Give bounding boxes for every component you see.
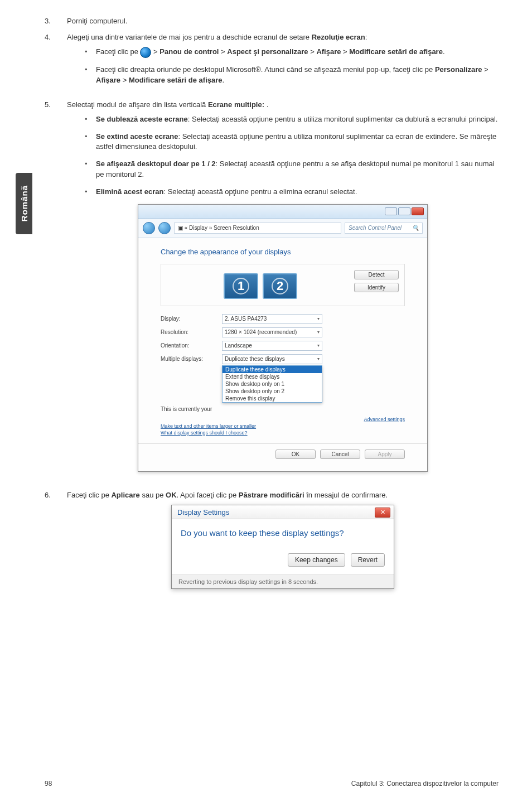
select-orientation[interactable]: Landscape▾	[222, 341, 322, 351]
b1-gt2: >	[219, 47, 227, 56]
revert-button[interactable]: Revert	[351, 553, 385, 567]
step-3-number: 3.	[45, 17, 67, 25]
dialog-body: Do you want to keep these display settin…	[172, 519, 394, 574]
step-4-bullet-1: Faceţi clic pe > Panou de control > Aspe…	[84, 47, 499, 58]
dd-opt-duplicate[interactable]: Duplicate these displays	[223, 366, 322, 373]
select-multiple-displays[interactable]: Duplicate these displays▾	[222, 354, 322, 364]
search-input[interactable]: Search Control Panel🔍	[345, 223, 423, 234]
close-button[interactable]	[412, 207, 424, 215]
step-4: 4. Alegeţi una dintre variantele de mai …	[45, 33, 499, 93]
main-steps: 3. Porniţi computerul. 4. Alegeţi una di…	[45, 17, 499, 595]
step-4-bullets: Faceţi clic pe > Panou de control > Aspe…	[84, 47, 499, 86]
step-4-number: 4.	[45, 33, 67, 93]
s5b3-s: Se afişează desktopul doar pe 1 / 2	[96, 160, 216, 168]
step-6: 6. Faceţi clic pe Aplicare sau pe OK. Ap…	[45, 491, 499, 595]
address-bar: ▣ « Display » Screen Resolution Search C…	[138, 219, 427, 238]
s5b2-s: Se extind aceste ecrane	[96, 132, 178, 141]
step-3-body: Porniţi computerul.	[67, 17, 499, 25]
b2-dot: .	[223, 76, 225, 84]
s5b4-s: Elimină acest ecran	[96, 187, 163, 196]
display-settings-dialog: Display Settings ✕ Do you want to keep t…	[171, 505, 394, 589]
step-5-bullet-2: Se extind aceste ecrane: Selectaţi aceas…	[84, 132, 499, 153]
what-settings-link[interactable]: What display settings should I choose?	[161, 430, 248, 436]
s6-c: . Apoi faceţi clic pe	[177, 491, 239, 499]
b2-s3: Modificare setări de afişare	[129, 76, 223, 84]
b1-s1: Panou de control	[159, 47, 219, 56]
page-number: 98	[45, 780, 52, 787]
apply-button[interactable]: Apply	[365, 450, 405, 459]
detect-button[interactable]: Detect	[354, 270, 399, 279]
multiple-displays-dropdown[interactable]: Duplicate these displays Extend these di…	[222, 365, 322, 403]
row-multiple-displays: Multiple displays:Duplicate these displa…	[161, 354, 405, 364]
side-language-label: Română	[20, 185, 29, 221]
dialog-title: Display Settings	[177, 508, 229, 516]
keep-changes-button[interactable]: Keep changes	[288, 553, 345, 567]
monitor-1[interactable]: 1	[224, 273, 258, 299]
cancel-button[interactable]: Cancel	[320, 450, 360, 459]
step-6-number: 6.	[45, 491, 67, 595]
chevron-down-icon: ▾	[317, 330, 320, 335]
step-5-body: Selectaţi modul de afişare din lista ver…	[67, 100, 499, 483]
step-5-bullet-1: Se dublează aceste ecrane: Selectaţi ace…	[84, 114, 499, 125]
dd-opt-remove[interactable]: Remove this display	[223, 395, 322, 402]
b2-s2: Afişare	[96, 76, 120, 84]
select-display[interactable]: 2. ASUS PA4273▾	[222, 314, 322, 324]
b2-gt1: >	[482, 65, 488, 74]
monitor-2-number: 2	[272, 278, 288, 294]
row-orientation: Orientation:Landscape▾	[161, 341, 405, 351]
lbl-orientation: Orientation:	[161, 342, 222, 349]
b1-dot: .	[443, 47, 445, 56]
maximize-button[interactable]	[398, 207, 410, 215]
identify-button[interactable]: Identify	[354, 283, 399, 292]
divider	[138, 443, 427, 444]
search-placeholder: Search Control Panel	[349, 225, 402, 231]
advanced-settings-link[interactable]: Advanced settings	[364, 417, 405, 422]
dd-opt-only-1[interactable]: Show desktop only on 1	[223, 380, 322, 388]
close-icon: ✕	[380, 509, 385, 516]
monitors-row: 1 2 Detect Identify	[161, 264, 405, 306]
chevron-down-icon: ▾	[317, 343, 320, 348]
chapter-title: Capitolul 3: Conectarea dispozitivelor l…	[351, 780, 499, 787]
s5b4-t: : Selectaţi această opţiune pentru a eli…	[163, 187, 357, 196]
ok-button[interactable]: OK	[275, 450, 316, 459]
window-titlebar	[138, 205, 427, 219]
b1-s4: Modificare setări de afişare	[349, 47, 443, 56]
s6-a: Faceţi clic pe	[67, 491, 111, 499]
dd-opt-only-2[interactable]: Show desktop only on 2	[223, 388, 322, 395]
b1-gt4: >	[341, 47, 349, 56]
back-button[interactable]	[143, 222, 155, 234]
step-5-bold: Ecrane multiple:	[208, 100, 264, 109]
text-size-link[interactable]: Make text and other items larger or smal…	[161, 423, 256, 429]
dialog-buttons: Keep changes Revert	[181, 553, 385, 567]
step-4-bold: Rezoluţie ecran	[312, 33, 365, 41]
forward-button[interactable]	[158, 222, 171, 234]
val-resolution: 1280 × 1024 (recommended)	[225, 329, 297, 335]
s6-b: sau pe	[140, 491, 166, 499]
window-action-buttons: OK Cancel Apply	[161, 450, 405, 459]
step-4-body: Alegeţi una dintre variantele de mai jos…	[67, 33, 499, 93]
screen-resolution-window: ▣ « Display » Screen Resolution Search C…	[138, 204, 428, 472]
step-4-text-b: :	[365, 33, 367, 41]
minimize-button[interactable]	[385, 207, 397, 215]
step-5-number: 5.	[45, 100, 67, 483]
select-resolution[interactable]: 1280 × 1024 (recommended)▾	[222, 327, 322, 337]
step-5-text-b: .	[264, 100, 268, 109]
b1-a: Faceţi clic pe	[96, 47, 140, 56]
step-5: 5. Selectaţi modul de afişare din lista …	[45, 100, 499, 483]
page-content: 3. Porniţi computerul. 4. Alegeţi una di…	[45, 0, 499, 595]
monitors-preview[interactable]: 1 2	[167, 270, 354, 300]
main-display-note: This is currently your	[161, 406, 405, 412]
b1-gt1: >	[151, 47, 159, 56]
page-footer: 98 Capitolul 3: Conectarea dispozitivelo…	[45, 780, 499, 787]
breadcrumb[interactable]: ▣ « Display » Screen Resolution	[174, 223, 341, 234]
dialog-close-button[interactable]: ✕	[375, 508, 390, 518]
s6-s1: Aplicare	[111, 491, 139, 499]
dd-opt-extend[interactable]: Extend these displays	[223, 373, 322, 380]
detect-identify-group: Detect Identify	[354, 270, 399, 292]
dialog-footer: Reverting to previous display settings i…	[172, 574, 394, 588]
s6-d: în mesajul de confirmare.	[304, 491, 388, 499]
row-resolution: Resolution:1280 × 1024 (recommended)▾	[161, 327, 405, 337]
monitor-2[interactable]: 2	[263, 273, 297, 299]
step-5-text-a: Selectaţi modul de afişare din lista ver…	[67, 100, 208, 109]
step-5-bullet-4: Elimină acest ecran: Selectaţi această o…	[84, 187, 499, 197]
